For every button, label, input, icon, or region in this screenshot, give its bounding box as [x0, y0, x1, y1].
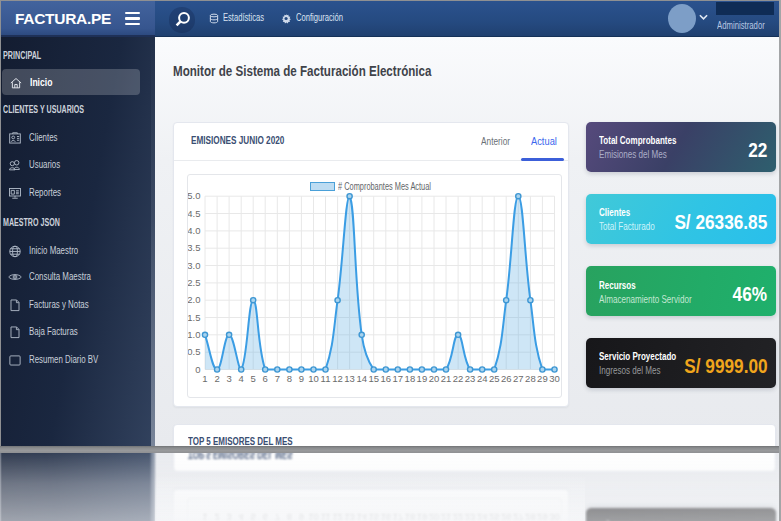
- svg-text:3: 3: [226, 373, 231, 384]
- svg-text:3.5: 3.5: [188, 242, 201, 253]
- svg-text:13: 13: [344, 373, 355, 384]
- svg-text:1.0: 1.0: [188, 329, 201, 340]
- svg-text:24: 24: [476, 373, 487, 384]
- svg-text:28: 28: [525, 373, 536, 384]
- svg-text:4: 4: [238, 373, 243, 384]
- svg-text:8: 8: [286, 373, 291, 384]
- svg-text:1: 1: [202, 373, 207, 384]
- svg-text:14: 14: [356, 373, 367, 384]
- svg-text:19: 19: [416, 373, 427, 384]
- svg-text:6: 6: [262, 373, 267, 384]
- svg-text:4.0: 4.0: [188, 225, 201, 236]
- svg-text:12: 12: [332, 373, 343, 384]
- svg-text:26: 26: [500, 373, 511, 384]
- svg-text:16: 16: [380, 373, 391, 384]
- svg-text:22: 22: [452, 373, 463, 384]
- svg-text:15: 15: [368, 373, 379, 384]
- svg-text:10: 10: [308, 373, 319, 384]
- svg-text:4.5: 4.5: [188, 208, 201, 219]
- svg-text:18: 18: [404, 373, 415, 384]
- svg-text:25: 25: [488, 373, 499, 384]
- svg-text:2: 2: [214, 373, 219, 384]
- svg-text:30: 30: [549, 373, 560, 384]
- svg-text:29: 29: [537, 373, 548, 384]
- svg-text:23: 23: [464, 373, 475, 384]
- svg-text:27: 27: [513, 373, 524, 384]
- svg-text:17: 17: [392, 373, 403, 384]
- svg-text:9: 9: [298, 373, 303, 384]
- svg-text:11: 11: [320, 373, 330, 384]
- svg-text:20: 20: [428, 373, 439, 384]
- svg-text:7: 7: [274, 373, 279, 384]
- svg-text:5: 5: [250, 373, 255, 384]
- svg-text:21: 21: [440, 373, 451, 384]
- svg-text:2.5: 2.5: [188, 277, 201, 288]
- svg-text:1.5: 1.5: [188, 312, 201, 323]
- svg-text:3.0: 3.0: [188, 260, 201, 271]
- svg-text:2.0: 2.0: [188, 294, 201, 305]
- svg-text:0: 0: [195, 364, 200, 375]
- svg-text:0.5: 0.5: [188, 346, 201, 357]
- svg-text:5.0: 5.0: [188, 190, 201, 201]
